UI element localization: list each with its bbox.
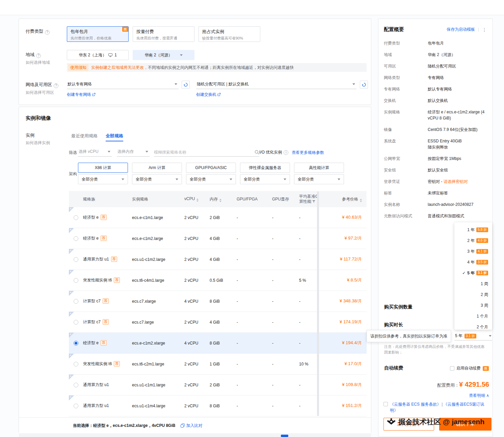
spec-table-row[interactable]: 通用算力型 u1荐 ecs.u1-c1m2.large 2 vCPU 4 GiB…	[69, 249, 367, 270]
refresh-zone-button[interactable]	[360, 81, 368, 89]
duration-option[interactable]: 2 个月	[454, 322, 492, 330]
spec-table-row[interactable]: 计算型 c7荐 ecs.c7.large 2 vCPU 4 GiB - - - …	[69, 312, 367, 333]
row-radio[interactable]	[74, 383, 78, 387]
more-spec-params-link[interactable]: 查看更多规格参数	[292, 150, 324, 156]
info-icon[interactable]: i	[284, 150, 288, 155]
row-radio[interactable]	[74, 278, 78, 283]
discount-badge: 4.6 折	[476, 238, 488, 243]
region-select[interactable]: 华南 2（河源）	[133, 50, 194, 60]
compare-corner-icon[interactable]	[69, 312, 74, 317]
compare-corner-icon[interactable]	[69, 249, 74, 254]
summary-label: 实例规格	[384, 109, 428, 121]
arch-tab[interactable]: GPU/FPGA/ASIC	[186, 163, 236, 173]
arch-tab[interactable]: Arm 计算	[132, 163, 182, 173]
table-scrollbar[interactable]	[317, 191, 319, 416]
tab-all-specs[interactable]: 全部规格	[106, 133, 123, 139]
sort-icon[interactable]	[219, 199, 221, 202]
row-radio[interactable]	[74, 320, 78, 325]
summary-link[interactable]: 请选择密钥对	[444, 179, 468, 184]
gpu-value: -	[237, 320, 272, 325]
compare-corner-icon[interactable]	[69, 291, 74, 296]
duration-select[interactable]: 5 年 3.1 折	[454, 332, 492, 340]
duration-option[interactable]: 1 个月	[454, 311, 492, 322]
compare-corner-icon[interactable]	[69, 207, 74, 212]
arch-tab[interactable]: X86 计算	[78, 163, 128, 173]
row-radio[interactable]	[74, 341, 78, 346]
view-detail-link[interactable]: 查看明细 ∧	[469, 393, 489, 399]
compare-corner-icon[interactable]	[69, 333, 74, 338]
duration-option[interactable]: ✓ 5 年 3.1 折	[454, 268, 492, 278]
help-icon[interactable]: ?	[45, 30, 50, 35]
region-help-link[interactable]: 如何选择地域	[26, 60, 50, 65]
spec-table-row[interactable]: 通用算力型 u1 ecs.u1-c1m1.large 2 vCPU 2 GiB …	[69, 375, 367, 395]
gpu-mem-value: -	[272, 341, 299, 346]
zone-help-link[interactable]: 如何选择可用区	[26, 90, 54, 95]
save-launch-template-link[interactable]: 保存为启动模板	[447, 27, 475, 32]
help-icon[interactable]: ?	[36, 53, 41, 58]
duration-option[interactable]: 3 周	[454, 300, 492, 311]
row-radio[interactable]	[74, 236, 78, 241]
sort-icon[interactable]	[196, 198, 198, 202]
vcpu-filter-select[interactable]: 选择 vCPU	[78, 147, 112, 157]
spec-table-row[interactable]: 经济型 e荐 ecs.e-c1m2.xlarge 4 vCPU 8 GiB - …	[69, 333, 367, 354]
sort-icon[interactable]	[360, 199, 362, 202]
region-current-tab[interactable]: 华东 2（上海） 1	[67, 50, 129, 60]
arch-category-select[interactable]: 全部分类	[240, 174, 290, 184]
duration-option[interactable]: 2 年 4.6 折	[454, 235, 492, 246]
arch-category-select[interactable]: 全部分类	[78, 174, 128, 184]
spec-search-input[interactable]	[154, 150, 255, 155]
payment-option-card[interactable]: 包年包月 先付费后使用，价格优惠 惠	[67, 26, 129, 42]
search-icon[interactable]	[255, 150, 259, 155]
vpc-select[interactable]: 默认专有网络	[67, 80, 179, 89]
compare-corner-icon[interactable]	[69, 270, 74, 275]
terms-ecs-link[interactable]: 《云服务器 ECS 服务条款》	[390, 402, 441, 407]
payment-option-card[interactable]: 抢占式实例 较按量付费最高可省90%	[198, 26, 260, 42]
row-radio[interactable]	[74, 362, 78, 366]
tab-recent-specs[interactable]: 最近使用规格	[71, 133, 98, 139]
spec-table-row[interactable]: 通用算力型 u1 ecs.u1-c1m4.large 2 vCPU 8 GiB …	[69, 395, 367, 416]
help-icon[interactable]: ?	[54, 83, 58, 88]
arch-category-select[interactable]: 全部分类	[132, 174, 182, 184]
zone-switch-select[interactable]: 随机分配可用区 | 默认交换机	[196, 80, 356, 89]
memory-value: 8 GiB	[210, 404, 237, 408]
compare-corner-icon[interactable]	[69, 228, 74, 233]
instance-help-link[interactable]: 如何选择实例	[26, 140, 50, 146]
arch-tab[interactable]: 弹性裸金属服务器	[240, 163, 290, 173]
spec-table-row[interactable]: 计算型 c7荐 ecs.c7.xlarge 4 vCPU 8 GiB - - -…	[69, 291, 367, 312]
refresh-vpc-button[interactable]	[182, 81, 190, 89]
arch-tab[interactable]: 高性能计算	[294, 163, 344, 173]
arch-category-select[interactable]: 全部分类	[186, 174, 236, 184]
row-radio[interactable]	[74, 257, 78, 262]
row-radio[interactable]	[74, 215, 78, 220]
duration-option[interactable]: 1 年 5.8 折	[454, 224, 492, 235]
auto-renew-toggle[interactable]: 启用自动续费 惠	[450, 365, 489, 371]
duration-option[interactable]: 4 年 3.5 折	[454, 257, 492, 268]
checkbox-icon[interactable]	[450, 366, 454, 371]
terms-checkbox[interactable]	[383, 402, 388, 406]
more-menu-icon[interactable]: ⋮	[482, 27, 487, 32]
spec-table-row[interactable]: 经济型 e荐 ecs.e-c1m2.large 2 vCPU 4 GiB - -…	[69, 228, 367, 249]
filter-funnel-icon[interactable]	[312, 200, 315, 203]
duration-option[interactable]: 3 年 4.1 折	[454, 246, 492, 257]
memory-filter-select[interactable]: 选择内存	[117, 147, 150, 157]
bottom-chip[interactable]	[281, 435, 288, 437]
compare-corner-icon[interactable]	[69, 354, 74, 359]
row-radio[interactable]	[74, 299, 78, 304]
compare-corner-icon[interactable]	[69, 395, 74, 401]
terms-separator: |	[442, 402, 443, 407]
gpu-value: -	[237, 215, 272, 220]
row-radio[interactable]	[74, 404, 78, 408]
spec-table-row[interactable]: 突发性能实例 t6荐 ecs.t6-c2m1.large 2 vCPU 1 Gi…	[69, 354, 367, 375]
compare-link[interactable]: 加入比对	[181, 423, 202, 429]
summary-title: 配置概要	[384, 26, 447, 33]
duration-option[interactable]: 2 周	[454, 289, 492, 300]
duration-option[interactable]: 1 周	[454, 278, 492, 289]
arch-category-select[interactable]: 全部分类	[294, 174, 344, 184]
compare-corner-icon[interactable]	[69, 375, 74, 380]
create-vpc-link[interactable]: 创建专有网络	[67, 92, 96, 98]
payment-option-card[interactable]: 按量付费 先使用后付费，按需开通	[133, 26, 194, 42]
spec-table-row[interactable]: 突发性能实例 t6荐 ecs.t6-c4m1.large 2 vCPU 0.5 …	[69, 270, 367, 291]
spec-table-row[interactable]: 经济型 e荐 ecs.e-c1m1.large 2 vCPU 2 GiB - -…	[69, 207, 367, 228]
purchase-config-panel: 付费类型? 包年包月 先付费后使用，价格优惠 惠 按量付费 先使用后付费，按需开…	[19, 19, 371, 105]
create-switch-link[interactable]: 创建交换机	[196, 92, 221, 98]
